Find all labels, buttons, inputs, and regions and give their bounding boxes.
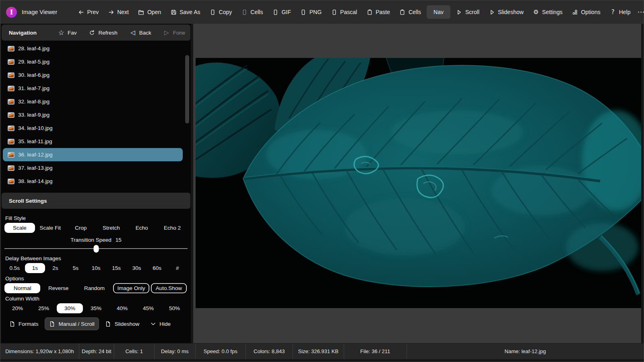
toolbar-button-cells[interactable]: Cells [237,6,266,18]
delay-2s[interactable]: 2s [45,263,66,273]
option-auto-show[interactable]: Auto.Show [151,283,187,293]
back-icon: ◁ [130,29,136,36]
column-width-40[interactable]: 40% [109,303,135,313]
delay-10s[interactable]: 10s [86,263,106,273]
slider-thumb[interactable] [93,245,99,253]
copy-icon [241,9,248,15]
fill-style-echo[interactable]: Echo [126,223,157,233]
file-item-leaf-10-jpg[interactable]: 34. leaf-10.jpg [3,121,183,135]
toolbar-button-scroll[interactable]: Scroll [452,6,483,18]
file-item-label: 32. leaf-8.jpg [18,99,50,105]
file-item-leaf-9-jpg[interactable]: 33. leaf-9.jpg [3,108,183,121]
nav-action-label: Fav [68,30,77,36]
toolbar-button-png[interactable]: PNG [297,6,325,18]
delay-1s[interactable]: 1s [25,263,45,273]
file-item-leaf-5-jpg[interactable]: 29. leaf-5.jpg [3,55,183,68]
nav-action-forw[interactable]: ▷Forw [163,29,185,36]
floppy-icon [170,9,177,15]
delay-[interactable]: # [167,263,188,273]
image-file-icon [8,59,14,65]
nav-action-back[interactable]: ◁Back [130,29,151,36]
toolbar-button-label: Help [619,9,631,15]
footer-button-hide[interactable]: Hide [145,317,175,330]
doc-icon [9,321,15,327]
toolbar-button-label: Slideshow [498,9,524,15]
delay-60s[interactable]: 60s [147,263,167,273]
toolbar-button-paste[interactable]: Paste [363,6,394,18]
toolbar-button-label: Nav [433,9,444,15]
file-item-leaf-6-jpg[interactable]: 30. leaf-6.jpg [3,68,183,82]
toolbar-button-settings[interactable]: ⚙Settings [529,6,566,18]
status-cell-delay: Delay: 0 ms [155,343,196,359]
fill-style-scale[interactable]: Scale [4,223,35,233]
file-item-label: 30. leaf-6.jpg [18,72,50,78]
column-width-25[interactable]: 25% [31,303,57,313]
option-normal[interactable]: Normal [4,283,40,293]
toolbar-button-prev[interactable]: Prev [74,6,102,18]
toolbar-button-label: Prev [87,9,99,15]
delay-0-5s[interactable]: 0.5s [4,263,25,273]
toolbar-button-options[interactable]: Options [568,6,604,18]
toolbar-button-gif[interactable]: GIF [268,6,294,18]
toolbar-button-label: Cells [409,9,421,15]
overflow-menu[interactable]: ⋯ [634,5,644,19]
copy-icon [210,9,216,15]
delay-30s[interactable]: 30s [126,263,147,273]
option-random[interactable]: Random [76,283,112,293]
file-item-leaf-7-jpg[interactable]: 31. leaf-7.jpg [3,82,183,95]
squares-icon [572,9,578,15]
file-item-leaf-8-jpg[interactable]: 32. leaf-8.jpg [3,95,183,108]
footer-button-slideshow[interactable]: Slideshow [101,317,144,330]
footer-button-manual-scroll[interactable]: Manual / Scroll [45,317,99,330]
options-label: Options [5,276,187,282]
toolbar-button-cells[interactable]: Cells [396,6,425,18]
column-width-50[interactable]: 50% [161,303,188,313]
status-cell-size: Size: 326.931 KB [293,343,344,359]
file-list-scrollbar[interactable] [185,55,189,123]
image-file-icon [8,139,14,144]
toolbar-button-label: Settings [542,9,563,15]
file-item-label: 29. leaf-5.jpg [18,59,50,65]
toolbar-button-copy[interactable]: Copy [206,6,236,18]
star-icon: ☆ [58,29,64,36]
nav-action-refresh[interactable]: Refresh [89,29,118,36]
question-icon: ? [610,9,616,15]
toolbar-button-label: GIF [281,9,291,15]
toolbar-button-help[interactable]: ?Help [606,6,634,18]
nav-action-label: Forw [173,30,185,36]
toolbar-button-pascal[interactable]: Pascal [327,6,361,18]
app-logo-icon: I [6,7,17,18]
file-item-leaf-4-jpg[interactable]: 28. leaf-4.jpg [3,42,183,55]
footer-button-label: Hide [159,321,171,327]
file-item-leaf-14-jpg[interactable]: 38. leaf-14.jpg [3,175,183,188]
fill-style-scale-fit[interactable]: Scale Fit [35,223,66,233]
fill-style-echo-2[interactable]: Echo 2 [157,223,188,233]
column-width-35[interactable]: 35% [83,303,109,313]
toolbar-button-label: Options [581,9,600,15]
file-item-label: 35. leaf-11.jpg [18,138,52,144]
toolbar-button-slideshow[interactable]: Slideshow [485,6,527,18]
toolbar-button-nav[interactable]: Nav [427,5,450,19]
delay-15s[interactable]: 15s [106,263,127,273]
delay-5s[interactable]: 5s [66,263,86,273]
playback-options: NormalReverseRandomImage OnlyAuto.Show [4,283,188,293]
transition-speed-slider[interactable] [4,245,188,253]
fill-style-stretch[interactable]: Stretch [96,223,126,233]
column-width-20[interactable]: 20% [4,303,31,313]
file-list: 28. leaf-4.jpg29. leaf-5.jpg30. leaf-6.j… [1,42,191,188]
footer-button-formats[interactable]: Formats [4,317,43,330]
file-item-leaf-12-jpg[interactable]: 36. leaf-12.jpg [3,148,183,161]
column-width-30[interactable]: 30% [57,303,83,313]
option-image-only[interactable]: Image Only [113,283,149,293]
toolbar-button-next[interactable]: Next [104,6,132,18]
fill-style-crop[interactable]: Crop [66,223,96,233]
toolbar-button-save-as[interactable]: Save As [167,6,204,18]
option-reverse[interactable]: Reverse [40,283,76,293]
nav-action-fav[interactable]: ☆Fav [58,29,77,36]
toolbar-button-open[interactable]: Open [134,6,165,18]
navigation-title: Navigation [9,30,58,36]
image-file-icon [8,112,14,118]
file-item-leaf-13-jpg[interactable]: 37. leaf-13.jpg [3,161,183,175]
file-item-leaf-11-jpg[interactable]: 35. leaf-11.jpg [3,135,183,148]
column-width-45[interactable]: 45% [135,303,161,313]
